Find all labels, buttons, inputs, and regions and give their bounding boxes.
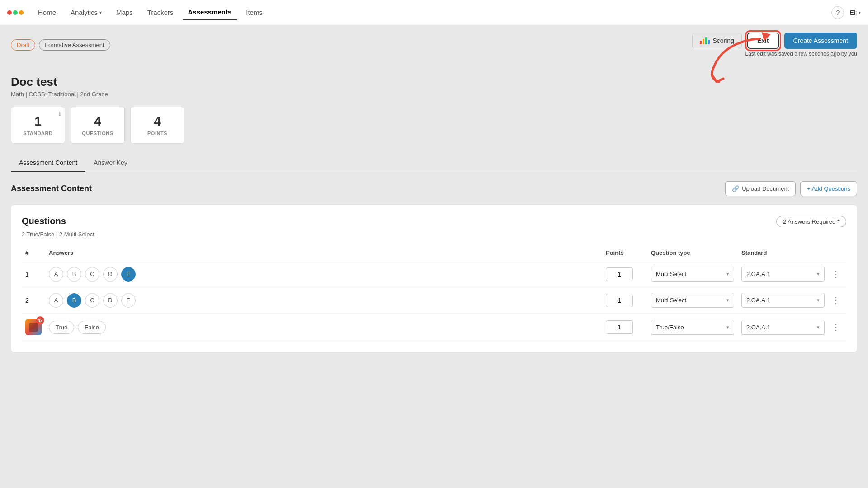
table-row: 2 A B C D E: [22, 287, 846, 314]
dropdown-chevron-icon: ▾: [817, 324, 820, 330]
dropdown-chevron-icon: ▾: [817, 271, 820, 277]
sticker-widget: 42: [25, 319, 42, 335]
nav-home[interactable]: Home: [33, 5, 61, 20]
section-title: Assessment Content: [11, 184, 92, 193]
user-chevron-icon: ▾: [859, 10, 861, 15]
answer-bubble-d[interactable]: D: [103, 293, 118, 308]
row-menu-button[interactable]: ⋮: [832, 296, 843, 305]
header-actions: Scoring Exit Create Assessment: [692, 33, 857, 49]
row-qtype: True/False ▾: [647, 314, 738, 341]
row-qtype: Multi Select ▾: [647, 287, 738, 314]
stat-questions: 4 QUESTIONS: [71, 107, 125, 144]
standard-dropdown[interactable]: 2.OA.A.1 ▾: [741, 293, 825, 308]
exit-button[interactable]: Exit: [747, 33, 779, 49]
row-standard: 2.OA.A.1 ▾: [738, 287, 828, 314]
section-header: Assessment Content 🔗 Upload Document + A…: [11, 181, 857, 196]
header-bar: Draft Formative Assessment Scoring Exit …: [0, 25, 868, 64]
col-header-qtype: Question type: [647, 245, 738, 261]
answer-false-bubble[interactable]: False: [78, 321, 106, 334]
save-note: Last edit was saved a few seconds ago by…: [745, 51, 857, 57]
answer-bubble-d[interactable]: D: [103, 267, 118, 282]
header-badges: Draft Formative Assessment: [11, 39, 110, 51]
qtype-dropdown[interactable]: Multi Select ▾: [651, 267, 734, 282]
formative-badge[interactable]: Formative Assessment: [39, 39, 110, 51]
doc-meta: Math | CCSS: Traditional | 2nd Grade: [11, 91, 857, 98]
answer-bubble-e[interactable]: E: [121, 267, 136, 282]
row-answers: A B C D E: [45, 261, 602, 287]
points-input[interactable]: [606, 294, 633, 307]
nav-links: Home Analytics ▾ Maps Trackers Assessmen…: [33, 5, 831, 20]
row-answers: True False: [45, 314, 602, 341]
nav-items[interactable]: Items: [241, 5, 268, 20]
stats-row: 1 STANDARD ℹ 4 QUESTIONS 4 POINTS: [11, 107, 857, 144]
tab-answer-key[interactable]: Answer Key: [85, 155, 136, 172]
dropdown-chevron-icon: ▾: [726, 324, 729, 330]
stat-points-num: 4: [142, 114, 173, 129]
col-header-actions: [828, 245, 846, 261]
qtype-dropdown[interactable]: Multi Select ▾: [651, 293, 734, 308]
row-standard: 2.OA.A.1 ▾: [738, 261, 828, 287]
answer-true-bubble[interactable]: True: [49, 321, 74, 334]
row-menu-button[interactable]: ⋮: [832, 269, 843, 279]
answer-bubble-a[interactable]: A: [49, 267, 63, 282]
stat-questions-label: QUESTIONS: [82, 131, 113, 136]
main-content: Doc test Math | CCSS: Traditional | 2nd …: [0, 64, 868, 488]
row-points: [602, 314, 647, 341]
row-num: 42: [22, 314, 45, 341]
row-menu-button[interactable]: ⋮: [832, 322, 843, 332]
user-menu[interactable]: Eli ▾: [849, 9, 861, 16]
navbar: Home Analytics ▾ Maps Trackers Assessmen…: [0, 0, 868, 25]
standard-dropdown[interactable]: 2.OA.A.1 ▾: [741, 320, 825, 335]
scoring-chart-icon: [700, 37, 710, 44]
upload-document-button[interactable]: 🔗 Upload Document: [725, 181, 796, 196]
section-actions: 🔗 Upload Document + Add Questions: [725, 181, 857, 196]
points-input[interactable]: [606, 267, 633, 281]
row-qtype: Multi Select ▾: [647, 261, 738, 287]
scoring-button[interactable]: Scoring: [692, 33, 741, 48]
draft-badge[interactable]: Draft: [11, 39, 35, 51]
answer-bubbles: A B C D E: [49, 267, 599, 282]
content-tabs: Assessment Content Answer Key: [11, 155, 857, 172]
questions-container: Questions 2 Answers Required * 2 True/Fa…: [11, 205, 857, 352]
stat-points-label: POINTS: [142, 131, 173, 136]
dropdown-chevron-icon: ▾: [817, 297, 820, 303]
nav-right: ? Eli ▾: [831, 6, 861, 19]
stat-standard-label: STANDARD: [22, 131, 54, 136]
sticker-count-badge: 42: [36, 316, 44, 324]
link-icon: 🔗: [732, 185, 739, 192]
answer-bubble-b[interactable]: B: [67, 293, 81, 308]
stat-standard: 1 STANDARD ℹ: [11, 107, 65, 144]
answer-bubble-c[interactable]: C: [85, 267, 99, 282]
row-num: 1: [22, 261, 45, 287]
answer-bubble-c[interactable]: C: [85, 293, 99, 308]
stat-questions-num: 4: [82, 114, 113, 129]
app-logo: [7, 10, 24, 15]
nav-maps[interactable]: Maps: [111, 5, 138, 20]
add-questions-button[interactable]: + Add Questions: [800, 181, 857, 196]
tab-assessment-content[interactable]: Assessment Content: [11, 155, 85, 172]
help-button[interactable]: ?: [831, 6, 844, 19]
answer-bubble-e[interactable]: E: [121, 293, 136, 308]
points-input[interactable]: [606, 320, 633, 334]
header-right: Scoring Exit Create Assessment Last edit…: [692, 33, 857, 57]
row-action: ⋮: [828, 261, 846, 287]
answer-bubble-b[interactable]: B: [67, 267, 81, 282]
row-action: ⋮: [828, 314, 846, 341]
nav-analytics[interactable]: Analytics ▾: [65, 5, 107, 20]
answer-bubble-a[interactable]: A: [49, 293, 63, 308]
row-num: 2: [22, 287, 45, 314]
answers-required-badge: 2 Answers Required *: [776, 216, 846, 227]
nav-trackers[interactable]: Trackers: [142, 5, 179, 20]
table-row: 1 A B C D E: [22, 261, 846, 287]
questions-sub: 2 True/False | 2 Multi Select: [22, 231, 846, 238]
create-assessment-button[interactable]: Create Assessment: [784, 33, 857, 49]
qtype-dropdown[interactable]: True/False ▾: [651, 320, 734, 335]
col-header-points: Points: [602, 245, 647, 261]
nav-assessments[interactable]: Assessments: [183, 5, 237, 20]
col-header-num: #: [22, 245, 45, 261]
standard-dropdown[interactable]: 2.OA.A.1 ▾: [741, 267, 825, 282]
stat-points: 4 POINTS: [130, 107, 184, 144]
chevron-down-icon: ▾: [99, 10, 102, 15]
col-header-standard: Standard: [738, 245, 828, 261]
stat-info-icon[interactable]: ℹ: [59, 111, 61, 117]
